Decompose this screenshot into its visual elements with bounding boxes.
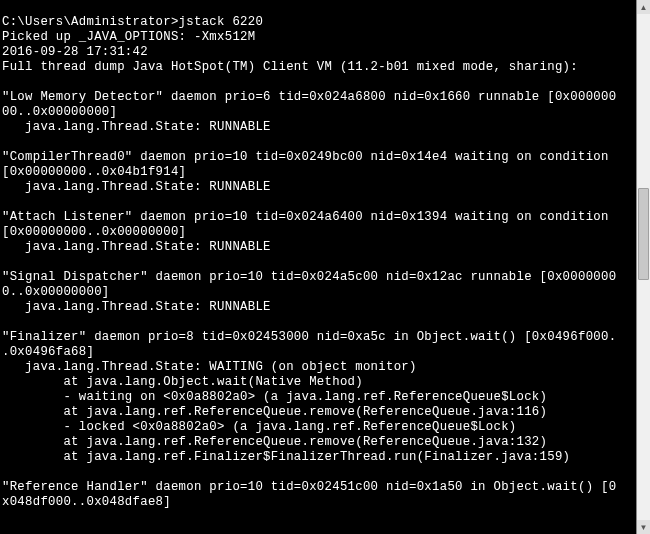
output-line [2,255,636,270]
output-line [2,465,636,480]
terminal-output: C:\Users\Administrator>jstack 6220Picked… [0,0,636,534]
command-prompt-line: C:\Users\Administrator>jstack 6220 [2,15,636,30]
output-line: [0x00000000..0x00000000] [2,225,636,240]
output-line [2,135,636,150]
scroll-thumb[interactable] [638,188,649,280]
scroll-up-arrow-icon[interactable]: ▲ [637,0,650,14]
vertical-scrollbar[interactable]: ▲ ▼ [636,0,650,534]
output-line: "Attach Listener" daemon prio=10 tid=0x0… [2,210,636,225]
output-line: 0..0x00000000] [2,285,636,300]
scroll-down-arrow-icon[interactable]: ▼ [637,520,650,534]
output-line: java.lang.Thread.State: RUNNABLE [2,180,636,195]
output-line: 2016-09-28 17:31:42 [2,45,636,60]
output-line: java.lang.Thread.State: RUNNABLE [2,300,636,315]
output-line: - waiting on <0x0a8802a0> (a java.lang.r… [2,390,636,405]
output-line: "Low Memory Detector" daemon prio=6 tid=… [2,90,636,105]
output-line: at java.lang.ref.ReferenceQueue.remove(R… [2,405,636,420]
output-line: "Signal Dispatcher" daemon prio=10 tid=0… [2,270,636,285]
output-line: at java.lang.Object.wait(Native Method) [2,375,636,390]
output-line: - locked <0x0a8802a0> (a java.lang.ref.R… [2,420,636,435]
output-line: [0x00000000..0x04b1f914] [2,165,636,180]
output-line: 00..0x00000000] [2,105,636,120]
output-line: java.lang.Thread.State: RUNNABLE [2,120,636,135]
output-line: java.lang.Thread.State: WAITING (on obje… [2,360,636,375]
output-line: x048df000..0x048dfae8] [2,495,636,510]
output-line [2,75,636,90]
output-line [2,315,636,330]
output-line: at java.lang.ref.Finalizer$FinalizerThre… [2,450,636,465]
output-line: .0x0496fa68] [2,345,636,360]
output-line: Picked up _JAVA_OPTIONS: -Xmx512M [2,30,636,45]
output-line: at java.lang.ref.ReferenceQueue.remove(R… [2,435,636,450]
output-line: "Finalizer" daemon prio=8 tid=0x02453000… [2,330,636,345]
output-line: "CompilerThread0" daemon prio=10 tid=0x0… [2,150,636,165]
output-line: java.lang.Thread.State: RUNNABLE [2,240,636,255]
output-line [2,195,636,210]
output-line: Full thread dump Java HotSpot(TM) Client… [2,60,636,75]
output-line: "Reference Handler" daemon prio=10 tid=0… [2,480,636,495]
